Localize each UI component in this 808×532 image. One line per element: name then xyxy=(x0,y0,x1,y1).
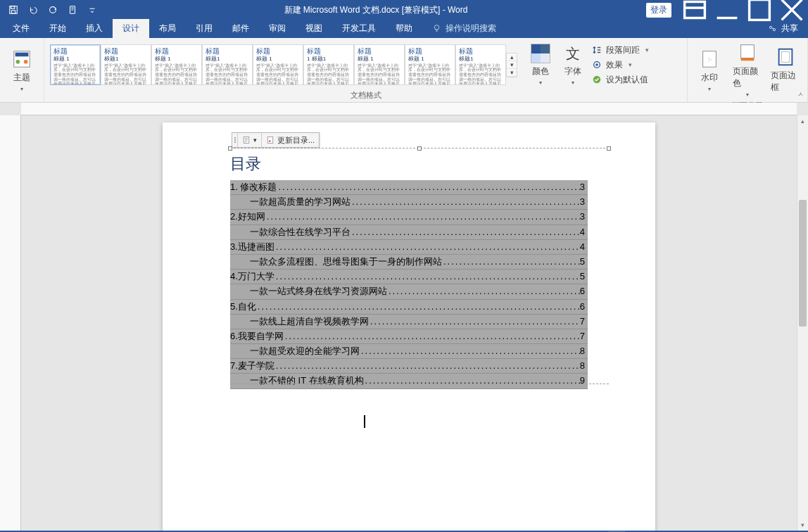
tell-me-search[interactable]: 操作说明搜索 xyxy=(425,19,503,38)
style-thumb[interactable]: 标题标题 1对于"插入"选项卡上的库，在设计时与文档中需要包含的内容项目协调一致… xyxy=(253,44,303,85)
gallery-scroll-down[interactable]: ▾ xyxy=(507,61,517,69)
tab-help[interactable]: 帮助 xyxy=(386,19,422,38)
svg-point-8 xyxy=(769,26,771,28)
undo-button[interactable] xyxy=(24,1,42,19)
themes-icon xyxy=(11,49,32,70)
tab-layout[interactable]: 布局 xyxy=(149,19,186,38)
vertical-scrollbar[interactable]: ▴ ▾ xyxy=(797,115,808,531)
toc-control-toolbar: ▾ 更新目录... xyxy=(232,132,320,148)
ribbon-group-document-formatting: 标题标题 1对于"插入"选项卡上的库，在设计时与文档中需要包含的内容项目协调一致… xyxy=(44,38,688,102)
title-bar: 新建 Microsoft Word 文档.docx [兼容模式] - Word … xyxy=(0,0,808,20)
tab-references[interactable]: 引用 xyxy=(186,19,222,38)
share-icon xyxy=(768,24,777,33)
svg-rect-2 xyxy=(11,11,15,13)
chevron-down-icon: ▾ xyxy=(20,86,23,92)
style-set-gallery[interactable]: 标题标题 1对于"插入"选项卡上的库，在设计时与文档中需要包含的内容项目协调一致… xyxy=(50,44,506,85)
tab-view[interactable]: 视图 xyxy=(296,19,332,38)
themes-button[interactable]: 主题 ▾ xyxy=(6,47,38,94)
tab-developer[interactable]: 开发工具 xyxy=(332,19,386,38)
colors-icon xyxy=(531,44,550,63)
sign-in-button[interactable]: 登录 xyxy=(646,3,671,18)
svg-rect-20 xyxy=(741,58,755,61)
watermark-icon: A xyxy=(699,49,720,70)
lightbulb-icon xyxy=(432,24,441,33)
page-color-icon xyxy=(737,42,758,63)
tab-home[interactable]: 开始 xyxy=(39,19,76,38)
style-thumb[interactable]: 标题标题 1对于"插入"选项卡上的库，在设计时与文档中需要包含的内容项目协调一致… xyxy=(50,44,101,85)
tab-insert[interactable]: 插入 xyxy=(76,19,113,38)
gallery-scroll: ▴ ▾ ▾ xyxy=(506,53,517,77)
colors-button[interactable]: 颜色 ▾ xyxy=(524,42,557,87)
tab-design[interactable]: 设计 xyxy=(113,19,149,38)
chevron-down-icon: ▾ xyxy=(253,137,257,144)
window-title: 新建 Microsoft Word 文档.docx [兼容模式] - Word xyxy=(106,4,646,16)
formatting-options: 段落间距▾ 效果▾ 设为默认值 xyxy=(589,43,652,87)
page-scroll-area[interactable]: ▾ 更新目录... 目录 1. 修改标题....................… xyxy=(21,115,797,531)
minimize-button[interactable] xyxy=(711,0,743,20)
style-thumb[interactable]: 标题1 标题1对于"插入"选项卡上的库，在设计时与文档中需要包含的内容项目协调一… xyxy=(303,44,354,85)
style-thumb[interactable]: 标题标题1对于"插入"选项卡上的库，在设计时与文档中需要包含的内容项目协调一致的… xyxy=(202,44,253,85)
toc-field-frame[interactable] xyxy=(230,148,609,384)
toc-drag-handle[interactable] xyxy=(232,133,238,147)
document-page[interactable]: ▾ 更新目录... 目录 1. 修改标题....................… xyxy=(163,122,655,531)
set-default-button[interactable]: 设为默认值 xyxy=(592,74,649,86)
page-borders-icon xyxy=(775,46,796,68)
share-button[interactable]: 共享 xyxy=(761,19,805,38)
style-thumb[interactable]: 标题标题 1对于"插入"选项卡上的库，在设计时与文档中需要包含的内容项目协调一致… xyxy=(405,44,455,85)
redo-button[interactable] xyxy=(44,1,62,19)
scroll-down-button[interactable]: ▾ xyxy=(797,519,808,531)
maximize-button[interactable] xyxy=(743,0,776,20)
svg-rect-19 xyxy=(741,45,755,58)
document-workspace: ▾ 更新目录... 目录 1. 修改标题....................… xyxy=(0,103,808,531)
effects-button[interactable]: 效果▾ xyxy=(592,59,649,71)
svg-rect-5 xyxy=(685,2,705,18)
tab-mailings[interactable]: 邮件 xyxy=(222,19,259,38)
svg-point-12 xyxy=(16,59,20,63)
touch-mode-button[interactable] xyxy=(63,1,82,19)
toc-update-button[interactable]: 更新目录... xyxy=(262,133,319,147)
fonts-button[interactable]: 文 字体 ▾ xyxy=(557,42,589,87)
svg-point-7 xyxy=(434,25,439,30)
style-thumb[interactable]: 标题标题1对于"插入"选项卡上的库，在设计时与文档中需要包含的内容项目协调一致的… xyxy=(455,44,506,85)
scrollbar-thumb[interactable] xyxy=(799,200,807,327)
collapse-ribbon-button[interactable]: ㅅ xyxy=(797,90,804,99)
svg-rect-24 xyxy=(267,137,273,144)
ribbon-options-button[interactable] xyxy=(678,0,711,20)
close-button[interactable] xyxy=(776,0,808,20)
horizontal-ruler[interactable] xyxy=(21,103,797,115)
chevron-down-icon: ▾ xyxy=(572,80,574,86)
tab-review[interactable]: 审阅 xyxy=(259,19,296,38)
gallery-expand[interactable]: ▾ xyxy=(507,69,517,77)
paragraph-spacing-button[interactable]: 段落间距▾ xyxy=(592,44,649,56)
watermark-button[interactable]: A 水印 ▾ xyxy=(693,47,726,94)
ribbon: 主题 ▾ 标题标题 1对于"插入"选项卡上的库，在设计时与文档中需要包含的内容项… xyxy=(0,38,808,103)
style-thumb[interactable]: 标题标题1对于"插入"选项卡上的库，在设计时与文档中需要包含的内容项目协调一致的… xyxy=(101,44,151,85)
gallery-scroll-up[interactable]: ▴ xyxy=(507,53,517,61)
style-thumb[interactable]: 标题标题 1对于"插入"选项卡上的库，在设计时与文档中需要包含的内容项目协调一致… xyxy=(354,44,405,85)
document-icon xyxy=(242,136,251,144)
group-label-document-formatting: 文档格式 xyxy=(50,89,681,101)
quick-access-toolbar xyxy=(0,1,106,19)
ribbon-group-page-background: A 水印 ▾ 页面颜色 ▾ 页面边框 页面背景 xyxy=(688,38,808,102)
chevron-down-icon: ▾ xyxy=(539,80,542,86)
effects-icon xyxy=(592,60,602,70)
svg-rect-6 xyxy=(750,0,770,20)
tab-file[interactable]: 文件 xyxy=(3,19,39,38)
chevron-down-icon: ▾ xyxy=(746,91,749,98)
scroll-up-button[interactable]: ▴ xyxy=(797,115,808,127)
svg-point-13 xyxy=(24,59,28,63)
toc-options-button[interactable]: ▾ xyxy=(238,133,262,147)
window-controls: 登录 xyxy=(646,0,808,20)
qat-customize[interactable] xyxy=(83,1,101,19)
paragraph-spacing-icon xyxy=(592,45,602,55)
svg-rect-1 xyxy=(11,6,15,9)
svg-point-15 xyxy=(595,63,598,66)
chevron-down-icon: ▾ xyxy=(708,86,711,92)
page-borders-button[interactable]: 页面边框 xyxy=(769,45,802,95)
style-thumb[interactable]: 标题标题 1对于"插入"选项卡上的库，在设计时与文档中需要包含的内容项目协调一致… xyxy=(151,44,202,85)
save-button[interactable] xyxy=(4,1,23,19)
check-circle-icon xyxy=(592,75,602,84)
refresh-icon xyxy=(266,136,274,144)
vertical-ruler[interactable] xyxy=(0,115,21,531)
page-color-button[interactable]: 页面颜色 ▾ xyxy=(731,41,764,99)
